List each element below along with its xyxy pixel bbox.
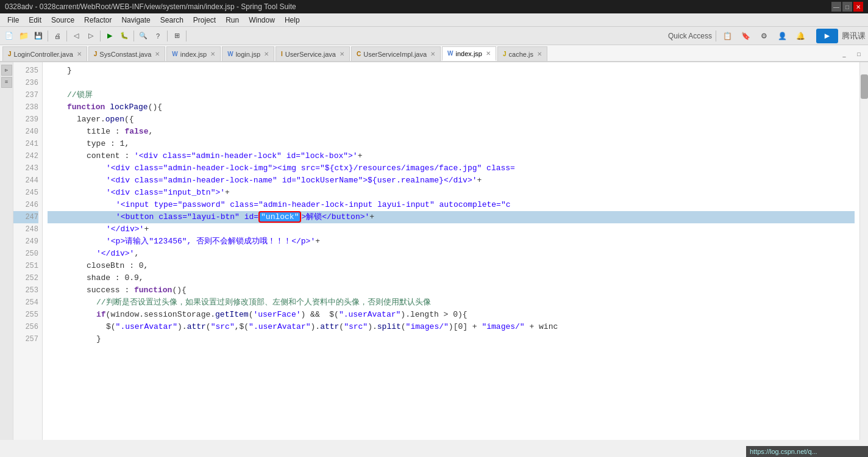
line-num-238: 238 bbox=[13, 101, 38, 113]
right-scrollbar[interactable] bbox=[859, 62, 868, 440]
menu-window[interactable]: Window bbox=[244, 15, 280, 26]
editor-area: ⊳ ≡ 235 236 237 238 239 240 241 242 243 … bbox=[0, 62, 868, 440]
tencent-logo-btn[interactable]: ▶ bbox=[816, 29, 838, 43]
tab-close-login-controller[interactable]: ✕ bbox=[77, 51, 82, 57]
qa-btn-1[interactable]: 📋 bbox=[720, 29, 734, 43]
sidebar-icon-1[interactable]: ⊳ bbox=[1, 65, 12, 76]
toolbar-separator-4 bbox=[133, 31, 134, 41]
tb-debug[interactable]: 🐛 bbox=[118, 29, 131, 43]
tb-next-edit[interactable]: ▷ bbox=[84, 29, 98, 43]
tb-print[interactable]: 🖨 bbox=[51, 29, 64, 43]
qa-btn-2[interactable]: 🔖 bbox=[739, 29, 752, 43]
menu-project[interactable]: Project bbox=[188, 15, 221, 26]
tab-close-index-jsp-1[interactable]: ✕ bbox=[210, 51, 215, 57]
tab-close-cache-js[interactable]: ✕ bbox=[537, 51, 542, 57]
tab-close-user-service-impl[interactable]: ✕ bbox=[430, 51, 435, 57]
line-num-246: 246 bbox=[13, 199, 38, 211]
tb-save[interactable]: 💾 bbox=[32, 29, 45, 43]
title-bar: 0328adv - 0328carrent/WebRoot/WEB-INF/vi… bbox=[0, 0, 868, 13]
sidebar-icon-2[interactable]: ≡ bbox=[1, 77, 12, 88]
tab-index-jsp-active[interactable]: W index.jsp ✕ bbox=[442, 46, 496, 61]
tb-perspective[interactable]: ⊞ bbox=[170, 29, 183, 43]
tab-sys-constast[interactable]: J SysConstast.java ✕ bbox=[88, 46, 166, 61]
minimize-editor[interactable]: _ bbox=[838, 48, 851, 61]
tab-icon-sys-constast: J bbox=[94, 51, 98, 57]
code-line-253: success : function(){ bbox=[48, 284, 855, 297]
tb-prev-edit[interactable]: ◁ bbox=[69, 29, 83, 43]
tb-help[interactable]: ? bbox=[151, 29, 165, 43]
code-line-244: '<div class="admin-header-lock-name" id=… bbox=[48, 175, 855, 187]
code-line-237: //锁屏 bbox=[48, 89, 855, 101]
tab-close-user-service[interactable]: ✕ bbox=[340, 51, 344, 57]
tab-close-sys-constast[interactable]: ✕ bbox=[155, 51, 160, 57]
code-line-242: content : '<div class="admin-header-lock… bbox=[48, 150, 855, 162]
menu-run[interactable]: Run bbox=[221, 15, 244, 26]
code-line-250: '</div>', bbox=[48, 248, 855, 260]
tab-icon-login-controller: J bbox=[8, 51, 12, 57]
line-num-252: 252 bbox=[13, 272, 38, 284]
line-num-256: 256 bbox=[13, 321, 38, 333]
line-num-235: 235 bbox=[13, 65, 38, 77]
close-button[interactable]: ✕ bbox=[853, 2, 863, 12]
line-num-241: 241 bbox=[13, 138, 38, 150]
code-line-247: '<button class="layui-btn" id="unlock">解… bbox=[48, 211, 855, 223]
line-num-247: 247 bbox=[13, 211, 38, 223]
menu-bar: File Edit Source Refactor Navigate Searc… bbox=[0, 13, 868, 27]
tab-icon-user-service-impl: C bbox=[357, 51, 361, 57]
toolbar-separator-1 bbox=[48, 31, 48, 41]
tab-login-jsp[interactable]: W login.jsp ✕ bbox=[222, 46, 274, 61]
line-num-255: 255 bbox=[13, 309, 38, 321]
tencent-brand: 腾讯课 bbox=[842, 31, 866, 41]
tb-run[interactable]: ▶ bbox=[103, 29, 116, 43]
tab-index-jsp-mark: ✕ bbox=[486, 50, 491, 57]
line-num-240: 240 bbox=[13, 126, 38, 138]
code-line-255: if(window.sessionStorage.getItem('userFa… bbox=[48, 309, 855, 321]
maximize-editor[interactable]: □ bbox=[852, 48, 866, 61]
menu-search[interactable]: Search bbox=[155, 15, 188, 26]
code-line-252: shade : 0.9, bbox=[48, 272, 855, 284]
code-line-235: } bbox=[48, 65, 855, 77]
status-bar: https://log.cspn.net/q... bbox=[746, 446, 868, 457]
menu-navigate[interactable]: Navigate bbox=[116, 15, 155, 26]
line-num-245: 245 bbox=[13, 187, 38, 199]
qa-btn-5[interactable]: 🔔 bbox=[794, 29, 807, 43]
code-line-248: '</div>'+ bbox=[48, 223, 855, 236]
menu-refactor[interactable]: Refactor bbox=[79, 15, 116, 26]
tab-cache-js[interactable]: J cache.js ✕ bbox=[497, 46, 547, 61]
tab-icon-cache-js: J bbox=[503, 51, 507, 57]
status-url: https://log.cspn.net/q... bbox=[750, 448, 817, 455]
maximize-button[interactable]: □ bbox=[842, 2, 852, 12]
tb-new[interactable]: 📄 bbox=[2, 29, 16, 43]
tab-label-sys-constast: SysConstast.java bbox=[99, 51, 151, 58]
tab-user-service-impl[interactable]: C UserServiceImpl.java ✕ bbox=[351, 46, 441, 61]
tab-icon-login-jsp: W bbox=[227, 51, 233, 57]
tab-index-jsp-1[interactable]: W index.jsp ✕ bbox=[166, 46, 221, 61]
menu-source[interactable]: Source bbox=[46, 15, 79, 26]
qa-btn-3[interactable]: ⚙ bbox=[757, 29, 770, 43]
line-num-236: 236 bbox=[13, 77, 38, 89]
line-num-251: 251 bbox=[13, 260, 38, 272]
title-bar-controls: — □ ✕ bbox=[831, 2, 863, 12]
menu-file[interactable]: File bbox=[2, 15, 24, 26]
scroll-thumb[interactable] bbox=[861, 74, 868, 99]
minimize-button[interactable]: — bbox=[831, 2, 841, 12]
editor-controls: _ □ bbox=[838, 48, 866, 61]
qa-btn-4[interactable]: 👤 bbox=[775, 29, 789, 43]
tb-search[interactable]: 🔍 bbox=[137, 29, 150, 43]
tb-open[interactable]: 📁 bbox=[17, 29, 30, 43]
line-num-243: 243 bbox=[13, 162, 38, 175]
toolbar-separator-6 bbox=[186, 31, 187, 41]
menu-help[interactable]: Help bbox=[280, 15, 305, 26]
line-num-244: 244 bbox=[13, 175, 38, 187]
menu-edit[interactable]: Edit bbox=[24, 15, 46, 26]
quick-access-label: Quick Access bbox=[668, 32, 712, 40]
tab-label-login-controller: LoginController.java bbox=[14, 51, 73, 58]
code-area[interactable]: } //锁屏 function lockPage(){ layer.open({… bbox=[43, 62, 859, 440]
toolbar-separator-3 bbox=[100, 31, 101, 41]
tab-close-login-jsp[interactable]: ✕ bbox=[264, 51, 269, 57]
selected-unlock-id: "unlock" bbox=[258, 211, 301, 223]
line-num-249: 249 bbox=[13, 236, 38, 248]
tab-login-controller[interactable]: J LoginController.java ✕ bbox=[2, 46, 87, 61]
tab-user-service[interactable]: I UserService.java ✕ bbox=[276, 46, 350, 61]
left-sidebar: ⊳ ≡ bbox=[0, 62, 13, 440]
